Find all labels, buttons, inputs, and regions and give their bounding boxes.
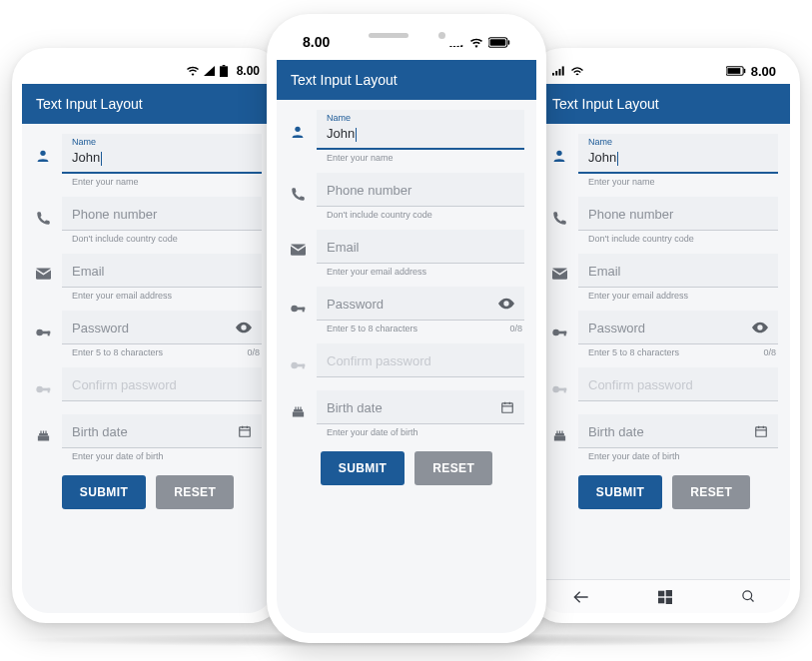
svg-rect-6: [48, 330, 50, 335]
form-content: Name John Enter your name Phone number D…: [538, 124, 790, 579]
password-field[interactable]: Password: [578, 311, 778, 344]
calendar-icon[interactable]: [754, 424, 768, 438]
back-icon[interactable]: [573, 590, 589, 604]
svg-rect-22: [555, 71, 557, 76]
battery-icon: [488, 37, 510, 48]
email-placeholder: Email: [327, 240, 360, 255]
password-placeholder: Password: [588, 321, 645, 335]
svg-rect-12: [40, 430, 41, 433]
birth-date-field[interactable]: Birth date: [578, 414, 778, 448]
email-icon: [289, 230, 307, 256]
name-value: John: [588, 150, 616, 165]
eye-icon[interactable]: [236, 322, 252, 333]
svg-rect-35: [564, 387, 566, 392]
app-bar: Text Input Layout: [22, 84, 274, 124]
reset-button[interactable]: RESET: [672, 475, 750, 509]
svg-point-58: [295, 127, 300, 132]
cake-icon: [289, 390, 307, 419]
svg-rect-39: [558, 430, 559, 433]
form-content: Name John Enter your name Phone number: [22, 124, 274, 613]
windows-icon[interactable]: [658, 590, 672, 604]
eye-icon[interactable]: [498, 298, 514, 310]
status-time: 8.00: [237, 64, 260, 78]
wifi-icon: [187, 66, 199, 76]
key-icon: [289, 343, 307, 373]
device-windows: 8.00 Text Input Layout Name John Enter y…: [528, 48, 800, 623]
submit-button[interactable]: SUBMIT: [321, 451, 405, 485]
svg-rect-41: [756, 427, 767, 436]
svg-rect-71: [502, 403, 513, 412]
password-placeholder: Password: [327, 297, 384, 312]
name-field[interactable]: Name John: [578, 134, 778, 174]
battery-icon: [726, 66, 746, 76]
email-helper: Enter your email address: [72, 291, 172, 301]
svg-rect-46: [665, 590, 671, 596]
password-helper: Enter 5 to 8 characters: [588, 347, 679, 357]
confirm-password-field[interactable]: Confirm password: [578, 367, 778, 401]
svg-point-33: [552, 385, 559, 392]
text-caret: [617, 152, 618, 166]
cake-icon: [550, 414, 568, 443]
app-title: Text Input Layout: [291, 72, 398, 88]
svg-point-49: [742, 591, 751, 600]
email-field[interactable]: Email: [317, 230, 524, 264]
birth-date-field[interactable]: Birth date: [62, 414, 262, 448]
name-helper: Enter your name: [72, 177, 139, 187]
status-time: 8.00: [751, 64, 776, 79]
password-helper: Enter 5 to 8 characters: [72, 347, 163, 357]
calendar-icon[interactable]: [500, 400, 514, 414]
birth-date-field[interactable]: Birth date: [317, 390, 524, 424]
eye-icon[interactable]: [752, 322, 768, 333]
birth-placeholder: Birth date: [327, 400, 383, 415]
submit-button[interactable]: SUBMIT: [578, 475, 662, 509]
key-icon: [550, 311, 568, 340]
key-icon: [34, 367, 52, 397]
svg-rect-65: [303, 363, 305, 368]
confirm-password-field[interactable]: Confirm password: [62, 367, 262, 401]
svg-point-2: [40, 151, 45, 156]
password-field[interactable]: Password: [317, 287, 524, 321]
search-icon[interactable]: [741, 589, 756, 604]
phone-placeholder: Phone number: [72, 207, 157, 222]
signal-icon: [552, 66, 565, 76]
key-icon: [550, 367, 568, 397]
wifi-icon: [570, 66, 584, 77]
person-icon: [550, 134, 568, 164]
reset-button[interactable]: RESET: [414, 451, 492, 485]
email-field[interactable]: Email: [578, 254, 778, 288]
phone-icon: [34, 197, 52, 226]
calendar-icon[interactable]: [238, 424, 252, 438]
confirm-placeholder: Confirm password: [327, 353, 431, 368]
phone-icon: [289, 173, 307, 202]
svg-rect-66: [292, 411, 303, 416]
status-bar: 8.00: [22, 58, 274, 84]
password-counter: 0/8: [763, 347, 776, 357]
password-counter: 0/8: [509, 324, 522, 333]
name-field[interactable]: Name John: [62, 134, 262, 174]
submit-button[interactable]: SUBMIT: [62, 475, 146, 509]
name-label: Name: [588, 137, 612, 147]
status-bar: 8.00: [538, 58, 790, 84]
password-field[interactable]: Password: [62, 311, 262, 344]
email-placeholder: Email: [72, 264, 105, 279]
email-field[interactable]: Email: [62, 254, 262, 288]
svg-rect-56: [490, 39, 506, 45]
phone-placeholder: Phone number: [588, 207, 673, 222]
reset-button[interactable]: RESET: [156, 475, 234, 509]
svg-rect-45: [658, 590, 664, 596]
name-field[interactable]: Name John: [317, 110, 524, 150]
svg-rect-40: [561, 430, 562, 433]
svg-point-7: [36, 385, 43, 392]
phone-field[interactable]: Phone number: [317, 173, 524, 207]
cake-icon: [34, 414, 52, 443]
app-bar: Text Input Layout: [277, 60, 536, 100]
svg-rect-67: [294, 409, 303, 412]
birth-helper: Enter your date of birth: [327, 427, 418, 437]
svg-rect-10: [37, 435, 48, 440]
email-placeholder: Email: [588, 264, 621, 279]
confirm-password-field[interactable]: Confirm password: [317, 343, 524, 377]
phone-field[interactable]: Phone number: [62, 197, 262, 231]
phone-field[interactable]: Phone number: [578, 197, 778, 231]
phone-helper: Don't include country code: [72, 234, 178, 244]
phone-helper: Don't include country code: [588, 234, 694, 244]
